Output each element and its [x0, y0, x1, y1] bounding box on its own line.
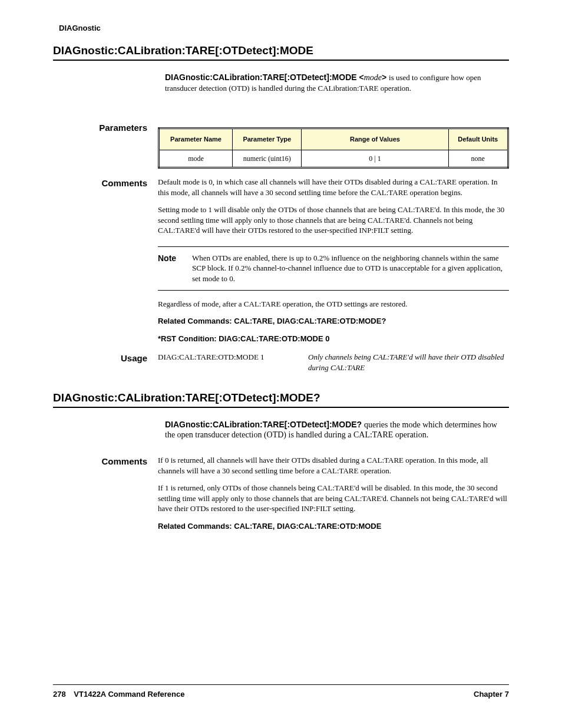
page: DIAGnostic DIAGnostic:CALibration:TARE[:… [0, 0, 562, 728]
param-cell-units: none [448, 150, 508, 167]
section1-comment2: Setting mode to 1 will disable only the … [158, 205, 509, 236]
section2-title: DIAGnostic:CALibration:TARE[:OTDetect]:M… [53, 391, 509, 408]
note-label: Note [158, 253, 181, 284]
param-head-units: Default Units [448, 129, 508, 150]
section1-reset: *RST Condition: DIAG:CAL:TARE:OTD:MODE 0 [158, 334, 509, 344]
page-number: 278 [53, 690, 66, 699]
comments-label-2: Comments [53, 455, 147, 466]
param-cell-name: mode [159, 150, 233, 167]
section2-comment2: If 1 is returned, only OTDs of those cha… [158, 483, 509, 514]
section2-related: Related Commands: CAL:TARE, DIAG:CAL:TAR… [158, 521, 509, 532]
section1-related: Related Commands: CAL:TARE, DIAG:CAL:TAR… [158, 316, 509, 327]
syntax-bold-2: DIAGnostic:CALibration:TARE[:OTDetect]:M… [165, 420, 362, 429]
section2-syntax: DIAGnostic:CALibration:TARE[:OTDetect]:M… [165, 420, 509, 440]
footer-left: 278 VT1422A Command Reference [53, 690, 184, 699]
parameters-table: Parameter Name Parameter Type Range of V… [158, 127, 509, 169]
section2-comment1: If 0 is returned, all channels will have… [158, 455, 509, 476]
param-head-name: Parameter Name [159, 129, 233, 150]
usage-expl-1: Only channels being CAL:TARE'd will have… [308, 352, 509, 373]
section1-comment3: Regardless of mode, after a CAL:TARE ope… [158, 299, 509, 309]
usage-label: Usage [53, 352, 147, 363]
chapter-label: Chapter 7 [474, 690, 509, 699]
syntax-close: > [382, 73, 386, 82]
param-head-range: Range of Values [302, 129, 448, 150]
usage-cmd-1: DIAG:CAL:TARE:OTD:MODE 1 [158, 352, 308, 373]
note-body: When OTDs are enabled, there is up to 0.… [192, 253, 509, 284]
section1-comment1: Default mode is 0, in which case all cha… [158, 177, 509, 197]
footer: 278 VT1422A Command Reference Chapter 7 [53, 684, 509, 699]
param-cell-type: numeric (uint16) [233, 150, 302, 167]
syntax-bold: DIAGnostic:CALibration:TARE[:OTDetect]:M… [165, 73, 364, 82]
note-block: Note When OTDs are enabled, there is up … [158, 246, 509, 291]
comments-label-1: Comments [53, 177, 147, 188]
parameters-label: Parameters [53, 121, 147, 133]
param-cell-range: 0 | 1 [302, 150, 448, 167]
section1-syntax: DIAGnostic:CALibration:TARE[:OTDetect]:M… [165, 73, 509, 93]
section1-title: DIAGnostic:CALibration:TARE[:OTDetect]:M… [53, 44, 509, 61]
doc-title: VT1422A Command Reference [74, 690, 184, 699]
param-head-type: Parameter Type [233, 129, 302, 150]
syntax-param: mode [364, 73, 382, 82]
running-head: DIAGnostic [59, 24, 509, 32]
